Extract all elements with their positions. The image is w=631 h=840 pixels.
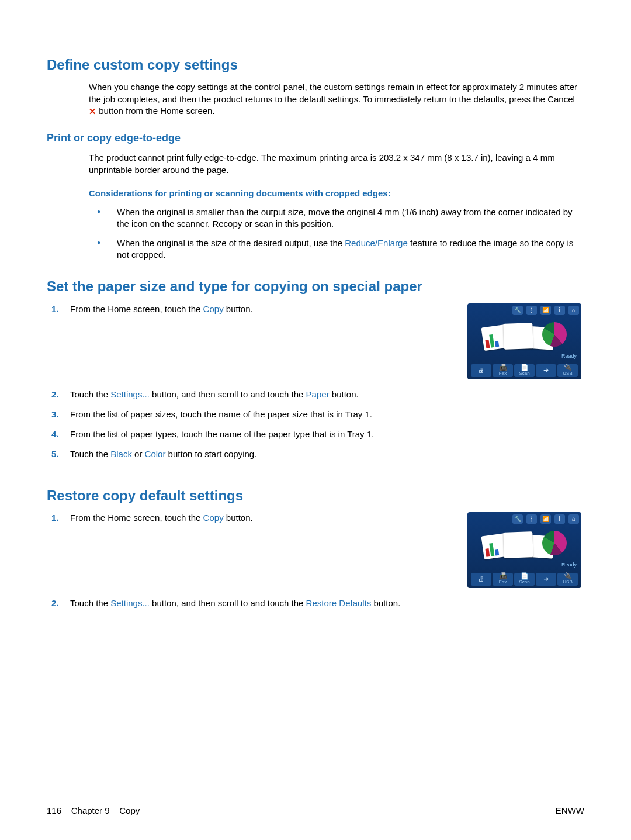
text-fragment: Touch the bbox=[70, 598, 110, 608]
pie-icon bbox=[542, 322, 567, 347]
edge-to-edge-paragraph: The product cannot print fully edge-to-e… bbox=[89, 152, 584, 176]
steps-list-s2a: From the Home screen, touch the Copy but… bbox=[47, 303, 450, 315]
panel-btn-scan: 📄Scan bbox=[514, 573, 535, 586]
pie-icon bbox=[542, 531, 567, 555]
printer-home-screen-thumbnail: 🔧 ⋮ 📶 i ⌂ Ready 🖨 📠Fax 📄Scan bbox=[467, 303, 581, 379]
wrench-icon: 🔧 bbox=[512, 514, 523, 524]
status-ready: Ready bbox=[561, 352, 577, 359]
home-icon: ⌂ bbox=[568, 514, 579, 524]
panel-btn-arrow: ➜ bbox=[536, 364, 556, 377]
paper-button-ref: Paper bbox=[306, 389, 330, 399]
panel-btn-usb: 🔌USB bbox=[557, 364, 578, 377]
s3-step2-row: Touch the Settings... button, and then s… bbox=[47, 597, 584, 617]
text-fragment: button. bbox=[224, 513, 253, 523]
step-item: From the Home screen, touch the Copy but… bbox=[47, 303, 450, 315]
heading-define-custom: Define custom copy settings bbox=[47, 56, 584, 74]
printer-home-screen-thumbnail: 🔧 ⋮ 📶 i ⌂ Ready 🖨 📠Fax 📄Scan bbox=[467, 512, 581, 588]
status-ready: Ready bbox=[561, 561, 577, 568]
list-item: When the original is smaller than the ou… bbox=[89, 206, 584, 230]
step-item: From the Home screen, touch the Copy but… bbox=[47, 512, 450, 524]
section1-paragraph: When you change the copy settings at the… bbox=[89, 81, 584, 117]
black-button-ref: Black bbox=[110, 449, 132, 459]
text-fragment: button. bbox=[330, 389, 359, 399]
text-fragment: Touch the bbox=[70, 389, 110, 399]
step1-row: From the Home screen, touch the Copy but… bbox=[47, 303, 584, 385]
info-icon: i bbox=[554, 514, 565, 524]
info-icon: i bbox=[554, 306, 565, 315]
page-footer: 116 Chapter 9 Copy ENWW bbox=[47, 805, 584, 817]
step-item: Touch the Black or Color button to start… bbox=[47, 448, 450, 460]
footer-right: ENWW bbox=[556, 805, 584, 817]
s3-step1-row: From the Home screen, touch the Copy but… bbox=[47, 512, 584, 594]
text-fragment: When you change the copy settings at the… bbox=[89, 82, 577, 103]
chapter-label: Chapter 9 bbox=[71, 806, 110, 815]
subheading-edge-to-edge: Print or copy edge-to-edge bbox=[47, 131, 584, 145]
inline-heading-considerations: Considerations for printing or scanning … bbox=[89, 188, 584, 199]
reduce-enlarge-link: Reduce/Enlarge bbox=[345, 238, 408, 248]
list-item: When the original is the size of the des… bbox=[89, 237, 584, 261]
copy-button-ref: Copy bbox=[203, 304, 224, 314]
text-fragment: Touch the bbox=[70, 449, 110, 459]
page-number: 116 bbox=[47, 806, 61, 815]
color-button-ref: Color bbox=[145, 449, 166, 459]
steps-list-s3a: From the Home screen, touch the Copy but… bbox=[47, 512, 450, 524]
apps-icon: ⋮ bbox=[526, 514, 537, 524]
panel-btn-print: 🖨 bbox=[471, 364, 491, 377]
step-item: Touch the Settings... button, and then s… bbox=[47, 389, 450, 400]
text-fragment: button from the Home screen. bbox=[96, 106, 215, 116]
copy-button-ref: Copy bbox=[203, 513, 224, 523]
chapter-title: Copy bbox=[119, 806, 140, 815]
apps-icon: ⋮ bbox=[526, 306, 537, 315]
step-item: Touch the Settings... button, and then s… bbox=[47, 597, 450, 609]
wireless-icon: 📶 bbox=[540, 306, 551, 315]
step-item: From the list of paper sizes, touch the … bbox=[47, 409, 450, 420]
text-fragment: From the list of paper types, touch the … bbox=[70, 429, 374, 439]
panel-btn-fax: 📠Fax bbox=[493, 573, 513, 586]
text-fragment: button. bbox=[224, 304, 253, 314]
text-fragment: When the original is the size of the des… bbox=[117, 238, 345, 248]
wrench-icon: 🔧 bbox=[512, 306, 523, 315]
text-fragment: From the Home screen, touch the bbox=[70, 304, 203, 314]
panel-btn-arrow: ➜ bbox=[536, 573, 556, 586]
panel-btn-fax: 📠Fax bbox=[493, 364, 513, 377]
panel-btn-scan: 📄Scan bbox=[514, 364, 535, 377]
panel-btn-print: 🖨 bbox=[471, 573, 491, 586]
settings-button-ref: Settings... bbox=[110, 389, 150, 399]
document-page: Define custom copy settings When you cha… bbox=[0, 0, 631, 840]
step-item: From the list of paper types, touch the … bbox=[47, 428, 450, 440]
steps-list-s3b: Touch the Settings... button, and then s… bbox=[47, 597, 450, 609]
cancel-x-icon: ✕ bbox=[89, 107, 96, 116]
steps-2-5-row: Touch the Settings... button, and then s… bbox=[47, 389, 584, 469]
heading-restore-defaults: Restore copy default settings bbox=[47, 486, 584, 505]
text-fragment: button, and then scroll to and touch the bbox=[150, 598, 306, 608]
text-fragment: button, and then scroll to and touch the bbox=[150, 389, 306, 399]
home-icon: ⌂ bbox=[568, 306, 579, 315]
text-fragment: From the list of paper sizes, touch the … bbox=[70, 409, 372, 419]
panel-btn-usb: 🔌USB bbox=[557, 573, 578, 586]
text-fragment: button to start copying. bbox=[165, 449, 256, 459]
text-fragment: button. bbox=[371, 598, 400, 608]
text-fragment: When the original is smaller than the ou… bbox=[117, 207, 573, 229]
restore-defaults-ref: Restore Defaults bbox=[306, 598, 372, 608]
steps-list-s2b: Touch the Settings... button, and then s… bbox=[47, 389, 450, 461]
settings-button-ref: Settings... bbox=[110, 598, 150, 608]
footer-left: 116 Chapter 9 Copy bbox=[47, 805, 140, 817]
text-fragment: From the Home screen, touch the bbox=[70, 513, 203, 523]
wireless-icon: 📶 bbox=[540, 514, 551, 524]
heading-set-paper: Set the paper size and type for copying … bbox=[47, 277, 584, 296]
considerations-list: When the original is smaller than the ou… bbox=[89, 206, 584, 261]
text-fragment: or bbox=[132, 449, 145, 459]
